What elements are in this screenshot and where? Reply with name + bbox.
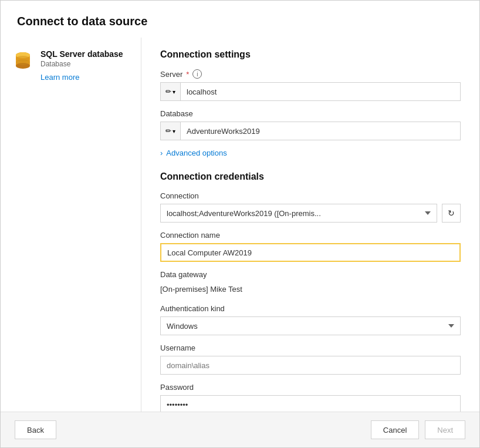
sidebar: SQL Server database Database Learn more [1,38,141,412]
server-label: Server * i [160,69,461,79]
advanced-options-label: Advanced options [166,149,227,157]
dialog-title: Connect to data source [1,1,479,38]
connection-name-field-group: Connection name [160,231,461,262]
advanced-options-toggle[interactable]: › Advanced options [160,149,461,157]
source-type: Database [40,60,123,68]
chevron-down-icon: ▾ [173,128,175,134]
content-area: Connection settings Server * i ✏ ▾ Datab… [141,38,479,412]
auth-kind-label: Authentication kind [160,304,461,313]
connection-dropdown-row: localhost;AdventureWorks2019 ([On-premis… [160,204,461,223]
refresh-connection-btn[interactable]: ↻ [442,204,461,223]
source-name: SQL Server database [40,49,123,59]
username-field-group: Username [160,343,461,375]
pencil-icon: ✏ [165,87,171,96]
server-input-row: ✏ ▾ [160,82,461,101]
learn-more-link[interactable]: Learn more [40,73,79,82]
svg-point-6 [16,59,30,65]
server-input[interactable] [180,82,461,101]
dialog-footer: Back Cancel Next [1,412,479,447]
data-source-item: SQL Server database Database Learn more [12,49,129,82]
username-input[interactable] [160,356,461,375]
database-input-row: ✏ ▾ [160,122,461,140]
footer-right: Cancel Next [371,420,465,439]
data-gateway-value: [On-premises] Mike Test [160,282,461,296]
server-edit-btn[interactable]: ✏ ▾ [160,82,180,101]
chevron-right-icon: › [160,149,163,157]
back-button[interactable]: Back [15,420,56,439]
auth-kind-field-group: Authentication kind Windows [160,304,461,335]
server-info-icon[interactable]: i [192,69,202,79]
database-edit-btn[interactable]: ✏ ▾ [160,122,180,140]
connection-select[interactable]: localhost;AdventureWorks2019 ([On-premis… [160,204,437,223]
database-input[interactable] [180,122,461,140]
connection-field-group: Connection localhost;AdventureWorks2019 … [160,191,461,223]
password-field-group: Password [160,383,461,412]
server-required: * [186,70,189,79]
credentials-section: Connection credentials Connection localh… [160,171,461,412]
data-gateway-field-group: Data gateway [On-premises] Mike Test [160,270,461,296]
password-label: Password [160,383,461,392]
password-input[interactable] [160,395,461,412]
database-label: Database [160,109,461,118]
pencil-icon: ✏ [165,127,171,135]
database-field-group: Database ✏ ▾ [160,109,461,140]
connection-label: Connection [160,191,461,200]
next-button[interactable]: Next [425,420,465,439]
auth-kind-select[interactable]: Windows [160,316,461,335]
refresh-icon: ↻ [448,208,455,218]
credentials-title: Connection credentials [160,171,461,182]
connection-name-input[interactable] [160,243,461,262]
data-gateway-label: Data gateway [160,270,461,279]
server-field-group: Server * i ✏ ▾ [160,69,461,101]
connection-settings-title: Connection settings [160,49,461,60]
username-label: Username [160,343,461,352]
connection-name-label: Connection name [160,231,461,240]
cancel-button[interactable]: Cancel [371,420,419,439]
chevron-down-icon: ▾ [173,89,175,95]
sql-server-icon [12,50,33,72]
